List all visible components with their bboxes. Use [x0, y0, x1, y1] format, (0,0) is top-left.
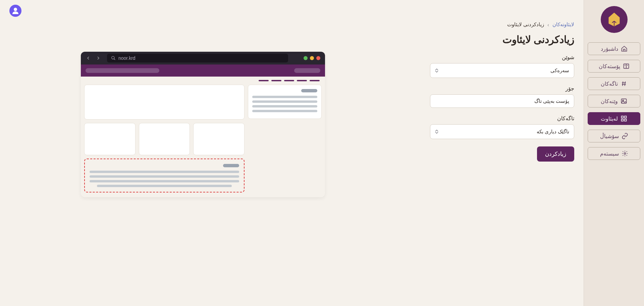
nav-label: پۆستەکان [599, 63, 620, 70]
nav-label: تاگەکان [601, 81, 618, 87]
mock-grid [84, 123, 245, 155]
image-icon [621, 98, 627, 104]
nav-system[interactable]: سیستەم [588, 147, 640, 160]
chevron-left-icon: › [547, 22, 549, 28]
skeleton [90, 171, 239, 173]
window-controls [304, 56, 320, 60]
skeleton [252, 100, 317, 103]
close-icon [316, 56, 320, 60]
preview-panel: noor.krd [9, 21, 396, 306]
nav-social[interactable]: سۆشیاڵ [588, 130, 640, 142]
link-icon [622, 133, 628, 139]
svg-point-16 [14, 8, 17, 11]
breadcrumb-parent[interactable]: لایئاوتەکان [552, 21, 574, 28]
page-title: زیادکردنی لایئاوت [502, 34, 574, 45]
nav-label: وێنەکان [601, 98, 618, 104]
gear-icon [622, 150, 628, 157]
svg-point-15 [624, 153, 626, 155]
skeleton [86, 68, 159, 73]
address-bar: noor.krd [107, 54, 288, 62]
mock-site-nav [81, 77, 325, 85]
arrow-right-icon [96, 55, 101, 61]
svg-rect-9 [622, 99, 627, 103]
skeleton [297, 80, 307, 81]
skeleton [252, 105, 317, 107]
avatar[interactable] [9, 5, 21, 17]
user-icon [11, 7, 19, 15]
nav-label: سۆشیاڵ [600, 133, 619, 139]
select-value: سەرەکی [550, 68, 569, 74]
search-icon [111, 56, 116, 60]
mock-sidebar-col [248, 85, 322, 192]
select-value: پۆست بەپێی تاگ [534, 98, 569, 104]
mock-tile [84, 123, 136, 155]
maximize-icon [304, 56, 308, 60]
sidebar: داشبۆرد پۆستەکان تاگەکان وێنەکان لەیئاوت… [584, 0, 644, 306]
home-icon [621, 45, 628, 52]
mock-hero [84, 85, 245, 120]
skeleton [284, 80, 294, 81]
tags-label: تاگەکان [557, 115, 574, 122]
svg-point-0 [613, 13, 615, 15]
select-value: تاگێک دیاری بکە [537, 129, 569, 135]
mock-tile [139, 123, 190, 155]
svg-line-7 [623, 81, 623, 86]
book-icon [623, 63, 630, 70]
layout-icon [621, 115, 627, 122]
svg-point-17 [112, 56, 114, 59]
chevrons-icon [435, 130, 438, 134]
skeleton [301, 89, 317, 92]
browser-mock: noor.krd [81, 52, 325, 197]
mock-tile [193, 123, 245, 155]
mock-body [81, 85, 325, 197]
mock-side-card [248, 85, 322, 119]
nav-layout[interactable]: لەیئاوت [588, 112, 640, 125]
svg-line-8 [625, 81, 626, 86]
minimize-icon [310, 56, 314, 60]
tags-select[interactable]: تاگێک دیاری بکە [430, 124, 574, 139]
nav-dashboard[interactable]: داشبۆرد [588, 42, 640, 55]
submit-button[interactable]: زیادکردن [537, 146, 574, 162]
nav-images[interactable]: وێنەکان [588, 95, 640, 107]
mock-site-header [81, 64, 325, 77]
logo-icon [606, 11, 622, 28]
type-label: جۆر [566, 85, 574, 92]
mock-highlighted-area [84, 159, 245, 192]
logo [601, 6, 628, 33]
skeleton [294, 68, 320, 73]
nav-label: لەیئاوت [601, 116, 618, 122]
skeleton [310, 80, 320, 81]
type-select[interactable]: پۆست بەپێی تاگ [430, 94, 574, 108]
svg-rect-11 [622, 116, 624, 118]
browser-titlebar: noor.krd [81, 52, 325, 64]
hash-icon [621, 80, 627, 87]
nav-label: سیستەم [600, 150, 619, 157]
skeleton [90, 180, 239, 182]
breadcrumb: لایئاوتەکان › زیادکردنی لایئاوت [507, 21, 574, 28]
skeleton [252, 96, 317, 98]
svg-rect-13 [622, 119, 624, 121]
chevrons-icon [435, 69, 438, 73]
skeleton [252, 110, 317, 112]
place-select[interactable]: سەرەکی [430, 63, 574, 78]
skeleton [259, 80, 269, 81]
svg-rect-12 [625, 116, 627, 118]
main-content: لایئاوتەکان › زیادکردنی لایئاوت زیادکردن… [0, 0, 584, 306]
svg-line-18 [114, 59, 115, 60]
skeleton [90, 175, 239, 178]
skeleton [97, 185, 231, 187]
place-label: شوێن [562, 54, 574, 60]
skeleton [271, 80, 281, 81]
arrow-left-icon [86, 55, 91, 61]
nav-tags[interactable]: تاگەکان [588, 77, 640, 90]
top-bar [0, 0, 584, 21]
breadcrumb-current: زیادکردنی لایئاوت [507, 21, 544, 28]
mock-main-col [84, 85, 245, 192]
form-panel: لایئاوتەکان › زیادکردنی لایئاوت زیادکردن… [430, 21, 574, 306]
address-text: noor.krd [118, 55, 136, 61]
nav-label: داشبۆرد [601, 46, 618, 52]
nav-posts[interactable]: پۆستەکان [588, 60, 640, 73]
svg-rect-14 [625, 119, 627, 121]
skeleton [223, 164, 239, 167]
browser-nav-arrows [86, 55, 101, 61]
